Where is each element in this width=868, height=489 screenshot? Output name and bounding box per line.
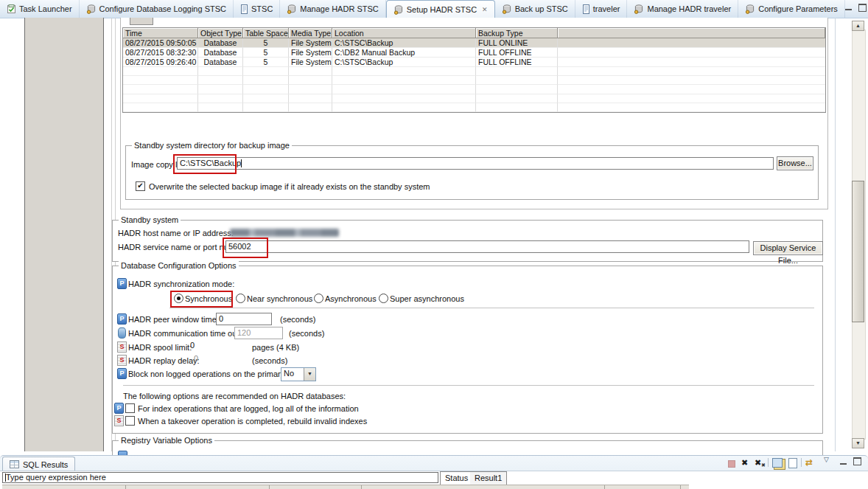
hadr-port-input[interactable]: 56002: [225, 240, 749, 253]
panel-minimize-icon[interactable]: [840, 458, 847, 465]
column-header-table-spaces[interactable]: Table Spaces: [243, 28, 289, 38]
sql-results-icon: [10, 460, 19, 468]
browse-button[interactable]: Browse...: [777, 156, 813, 170]
dropdown-arrow-icon[interactable]: ▼: [304, 368, 315, 381]
cell-filler: [558, 38, 825, 48]
tab-label: STSC: [251, 4, 273, 13]
minimize-icon[interactable]: [845, 4, 852, 10]
tab-label: traveler: [593, 4, 620, 13]
database-icon: [634, 4, 644, 14]
radio-asynchronous[interactable]: [314, 294, 323, 303]
table-row-empty[interactable]: [123, 76, 825, 85]
column-header-filler: [558, 28, 825, 38]
column-header-time[interactable]: Time: [123, 28, 198, 38]
peer-window-input[interactable]: 0: [216, 313, 272, 325]
close-tab-icon[interactable]: ✕: [482, 6, 488, 13]
spool-limit-label: HADR spool limit:: [128, 343, 192, 352]
block-nonlogged-dropdown[interactable]: No ▼: [281, 367, 316, 381]
table-row-empty[interactable]: [123, 103, 825, 112]
hadr-host-label: HADR host name or IP address:: [118, 229, 234, 237]
database-icon: [502, 4, 512, 14]
terminate-icon[interactable]: [728, 460, 735, 468]
comm-timeout-input[interactable]: 120: [234, 327, 283, 339]
cell-backup-type: FULL OFFLINE: [476, 58, 558, 67]
cell-filler: [558, 48, 825, 58]
table-row[interactable]: 08/27/2015 09:26:40 Database 5 File Syst…: [123, 58, 825, 67]
radio-synchronous[interactable]: [174, 294, 183, 303]
database-icon: [745, 4, 755, 14]
standby-param-icon: S: [114, 415, 124, 426]
radio-super-asynchronous[interactable]: [379, 294, 388, 303]
column-header-location[interactable]: Location: [332, 28, 476, 38]
group-title: Database Configuration Options: [119, 261, 239, 270]
tab-manage-hadr-stsc[interactable]: Manage HADR STSC: [280, 0, 385, 18]
radio-near-synchronous[interactable]: [236, 294, 245, 303]
tab-back-up-stsc[interactable]: Back up STSC: [495, 0, 575, 18]
cell-location: C:\STSC\Backup: [332, 58, 476, 67]
primary-param-icon: P: [117, 313, 127, 325]
cell-object-type: Database: [198, 38, 243, 48]
view-menu-chevron-icon[interactable]: ▽: [824, 456, 829, 463]
rebuild-indexes-checkbox[interactable]: [125, 416, 135, 426]
hadr-host-value-redacted: [230, 229, 339, 237]
query-filter-input[interactable]: Type query expression here: [2, 472, 438, 483]
tab-task-launcher[interactable]: Task Launcher: [0, 0, 80, 18]
maximize-icon[interactable]: [858, 4, 867, 12]
standby-directory-group: Standby system directory for backup imag…: [125, 145, 819, 200]
dropdown-value: No: [281, 368, 304, 381]
column-divider: [604, 485, 605, 489]
separator: [169, 308, 814, 308]
panel-maximize-icon[interactable]: [853, 457, 861, 465]
group-title: Standby system: [119, 215, 181, 224]
block-nonlogged-label: Block non logged operations on the prima…: [128, 370, 287, 378]
standby-param-icon: S: [117, 341, 127, 353]
sql-results-view-tab[interactable]: SQL Results: [2, 457, 75, 471]
tab-label: Configure Database Logging STSC: [99, 4, 226, 13]
index-operations-label: For index operations that are logged, lo…: [138, 404, 359, 413]
tab-configure-parameters[interactable]: Configure Parameters: [738, 0, 845, 18]
tab-configure-database-logging-stsc[interactable]: Configure Database Logging STSC: [80, 0, 234, 18]
tab-setup-hadr-stsc[interactable]: Setup HADR STSC ✕: [386, 0, 495, 18]
database-icon: [287, 4, 297, 14]
remove-result-icon[interactable]: ✖: [741, 458, 748, 468]
group-title: Registry Variable Options: [119, 436, 214, 445]
index-operations-checkbox[interactable]: [125, 403, 135, 413]
table-row[interactable]: 08/27/2015 08:32:30 Database 5 File Syst…: [123, 48, 825, 58]
scroll-up-button[interactable]: ▲: [852, 21, 864, 31]
export-result-icon[interactable]: [788, 458, 797, 468]
standby-param-icon: S: [117, 355, 127, 366]
overwrite-checkbox[interactable]: ✔: [136, 181, 145, 191]
column-header-backup-type[interactable]: Backup Type: [476, 28, 558, 38]
column-header-media-type[interactable]: Media Type: [289, 28, 332, 38]
table-row-empty[interactable]: [123, 67, 825, 76]
table-row-empty[interactable]: [123, 85, 825, 94]
column-divider: [125, 485, 126, 489]
primary-param-icon: P: [117, 278, 127, 289]
database-icon: [393, 5, 404, 15]
tab-stsc[interactable]: STSC: [234, 0, 280, 18]
display-service-file-button[interactable]: Display Service File...: [753, 241, 823, 255]
tab-traveler[interactable]: traveler: [575, 0, 628, 18]
clipped-results-header: [2, 485, 689, 489]
column-divider: [361, 485, 362, 489]
scroll-down-button[interactable]: ▼: [852, 438, 864, 448]
cell-time: 08/27/2015 09:26:40: [123, 58, 198, 67]
left-collapsed-panel[interactable]: [24, 18, 104, 451]
copy-result-icon[interactable]: [772, 458, 783, 468]
table-row-empty[interactable]: [123, 94, 825, 103]
tab-label: Setup HADR STSC: [407, 5, 477, 14]
clipped-button[interactable]: [130, 18, 153, 25]
file-icon: [240, 4, 248, 14]
radio-near-synchronous-label: Near synchronous: [247, 294, 312, 303]
column-header-object-type[interactable]: Object Type: [198, 28, 243, 38]
db-parameter-icon: [118, 327, 126, 339]
remove-all-results-icon[interactable]: ✖: [755, 458, 761, 468]
table-row[interactable]: 08/27/2015 09:50:05 Database 5 File Syst…: [123, 38, 825, 48]
scrollbar-thumb[interactable]: [852, 181, 864, 322]
tab-result1[interactable]: Result1: [470, 471, 507, 486]
image-copy-location-input[interactable]: C:\STSC\Backup: [177, 157, 774, 170]
tab-manage-hadr-traveler[interactable]: Manage HADR traveler: [627, 0, 738, 18]
tab-label: Back up STSC: [515, 4, 568, 13]
rerun-sql-icon[interactable]: ⇄: [805, 457, 813, 468]
spool-limit-value: 0: [190, 341, 195, 350]
